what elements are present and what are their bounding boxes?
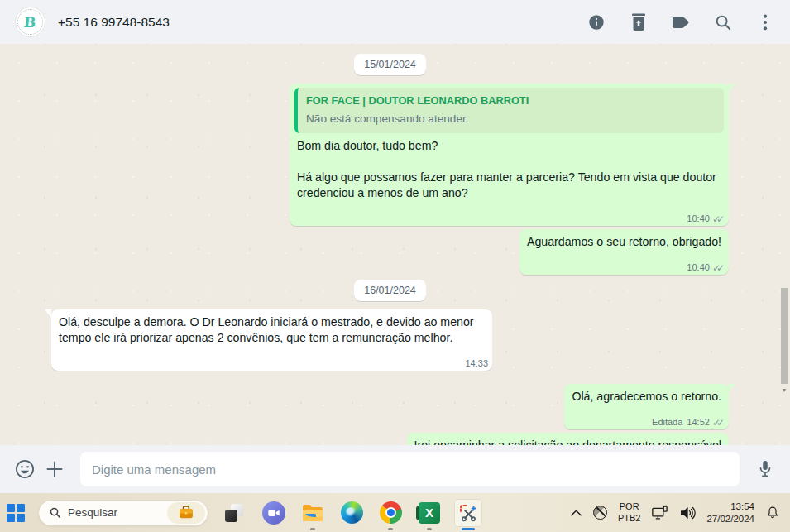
message-composer: [0, 445, 790, 493]
whatsapp-window: B +55 16 99748-8543 15/01/2024: [0, 0, 790, 532]
message-meta: 14:33: [465, 356, 488, 371]
running-indicator: [310, 528, 315, 530]
attach-plus-icon[interactable]: [44, 458, 65, 480]
message-input[interactable]: [80, 452, 740, 486]
bubble-tail: [729, 384, 735, 392]
quote-author: FOR FACE | DOUTOR LEONARDO BARROTI: [306, 93, 716, 108]
tray-clock[interactable]: 13:54 27/02/2024: [706, 501, 754, 525]
taskbar-app-snipping-tool[interactable]: [454, 499, 482, 527]
taskbar-search[interactable]: Pesquisar: [38, 500, 208, 526]
language-indicator[interactable]: POR PTB2: [618, 501, 641, 525]
start-button[interactable]: [2, 499, 30, 527]
search-icon[interactable]: [713, 12, 733, 32]
taskbar-app-edge[interactable]: [338, 499, 366, 527]
taskbar-app-chrome[interactable]: [376, 499, 405, 527]
chat-app-icon: [262, 501, 285, 525]
message-time: 14:52: [687, 415, 710, 430]
briefcase-icon: [178, 506, 194, 520]
edited-label: Editada: [652, 415, 682, 430]
delete-icon[interactable]: [629, 12, 649, 32]
bubble-tail: [729, 84, 735, 92]
date-chip: 16/01/2024: [354, 280, 426, 301]
tray-chevron-up-icon[interactable]: [570, 509, 582, 517]
search-label: Pesquisar: [68, 506, 160, 519]
task-view-icon: [224, 503, 244, 523]
search-icon: [49, 506, 61, 519]
quoted-message[interactable]: FOR FACE | DOUTOR LEONARDO BARROTI Não e…: [294, 88, 724, 133]
tray-slashed-circle-icon[interactable]: [593, 506, 607, 520]
file-explorer-icon: [301, 503, 324, 523]
contact-avatar[interactable]: B: [15, 7, 45, 37]
taskbar-app-excel[interactable]: X: [415, 499, 443, 527]
delivered-ticks-icon: ✓✓: [712, 418, 725, 428]
outgoing-message[interactable]: FOR FACE | DOUTOR LEONARDO BARROTI Não e…: [290, 84, 729, 226]
message-time: 10:40: [687, 260, 710, 276]
windows-logo-icon: [7, 504, 25, 522]
info-icon[interactable]: [587, 12, 606, 32]
delivered-ticks-icon: ✓✓: [712, 214, 725, 224]
task-view-button[interactable]: [220, 499, 248, 527]
chat-header: B +55 16 99748-8543: [0, 0, 790, 44]
label-icon[interactable]: [671, 12, 691, 32]
tray-time: 13:54: [706, 501, 754, 513]
date-chip: 15/01/2024: [354, 54, 426, 75]
incoming-message[interactable]: Olá, desculpe a demora. O Dr Leonardo in…: [51, 309, 492, 371]
kebab-menu-icon[interactable]: [755, 12, 775, 32]
outgoing-message[interactable]: Irei encaminhar a solicitação ao departa…: [407, 433, 729, 445]
message-text: Olá, desculpe a demora. O Dr Leonardo in…: [59, 314, 485, 346]
message-meta: 10:40 ✓✓: [687, 260, 725, 276]
bubble-tail: [45, 309, 51, 318]
message-time: 10:40: [687, 211, 710, 227]
emoji-icon[interactable]: [14, 458, 36, 480]
delivered-ticks-icon: ✓✓: [712, 263, 725, 273]
outgoing-message[interactable]: Aguardamos o seu retorno, obrigado! 10:4…: [519, 229, 729, 275]
taskbar-app-chat[interactable]: [260, 499, 288, 527]
header-actions: [587, 12, 775, 32]
message-time: 14:33: [465, 356, 488, 371]
message-text: Bom dia doutor, tudo bem? Há algo que po…: [297, 138, 721, 201]
chat-scrollbar-thumb[interactable]: [781, 288, 788, 384]
message-meta: Editada 14:52 ✓✓: [652, 415, 725, 430]
slashed-circle-glyph: [593, 506, 607, 520]
excel-icon: X: [419, 502, 440, 524]
taskbar-app-file-explorer[interactable]: [299, 499, 327, 527]
active-indicator: [462, 528, 475, 530]
mic-icon[interactable]: [754, 458, 776, 480]
chrome-icon: [380, 501, 402, 524]
message-text: Irei encaminhar a solicitação ao departa…: [414, 438, 721, 445]
outgoing-message[interactable]: Olá, agradecemos o retorno. Editada 14:5…: [564, 384, 729, 429]
volume-icon[interactable]: [679, 506, 696, 520]
tray-date: 27/02/2024: [706, 513, 754, 525]
running-indicator: [388, 528, 393, 530]
message-text: Olá, agradecemos o retorno.: [572, 389, 721, 405]
windows-taskbar: Pesquisar: [0, 493, 790, 532]
running-indicator: [427, 528, 432, 530]
message-meta: 10:40 ✓✓: [687, 211, 725, 227]
snipping-tool-icon: [458, 503, 478, 523]
notification-bell-icon[interactable]: [765, 505, 780, 520]
edge-icon: [341, 501, 363, 524]
contact-phone-title[interactable]: +55 16 99748-8543: [58, 15, 170, 30]
avatar-logo: B: [23, 14, 36, 31]
message-text: Aguardamos o seu retorno, obrigado!: [527, 234, 721, 250]
quote-text: Não está compensando atender.: [306, 111, 716, 127]
message-list: 15/01/2024 FOR FACE | DOUTOR LEONARDO BA…: [0, 44, 790, 445]
search-highlight-badge[interactable]: [167, 502, 205, 524]
network-icon[interactable]: [651, 505, 668, 520]
scroll-down-arrow-icon[interactable]: ▾: [781, 387, 788, 394]
